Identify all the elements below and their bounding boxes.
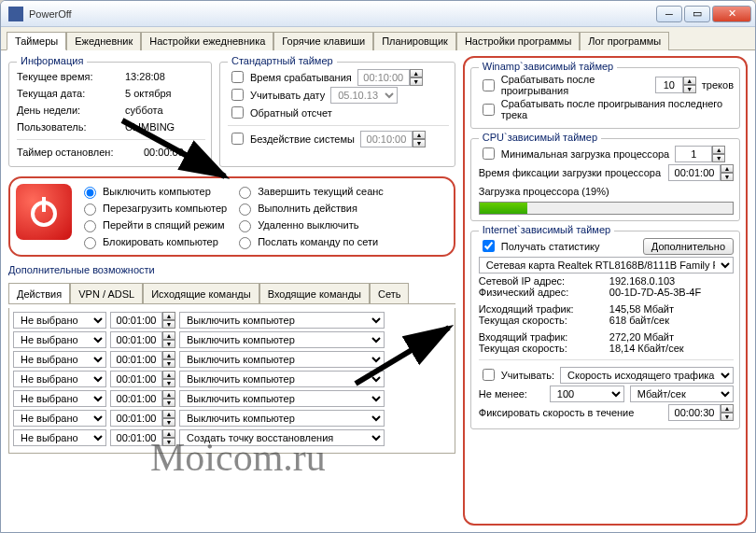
- atleast-unit-select[interactable]: Мбайт/сек: [630, 386, 734, 402]
- action-time-3[interactable]: ▲▼: [110, 371, 175, 387]
- action-cmd-1[interactable]: Выключить компьютер: [179, 331, 385, 348]
- min-load-checkbox[interactable]: Минимальная загрузка процессора: [479, 145, 669, 162]
- nic-select[interactable]: Сетевая карта Realtek RTL8168B/8111B Fam…: [479, 257, 734, 274]
- tab-2[interactable]: Настройки ежедневника: [141, 32, 273, 50]
- power-radio-right-0[interactable]: Завершить текущий сеанс: [234, 184, 384, 199]
- fix-speed-label: Фиксировать скорость в течение: [479, 407, 663, 418]
- action-sel-4[interactable]: Не выбрано: [13, 390, 106, 407]
- subtab-2[interactable]: Исходящие команды: [143, 283, 259, 303]
- action-cmd-5[interactable]: Выключить компьютер: [179, 410, 385, 427]
- power-radio-left-2[interactable]: Перейти в спящий режим: [79, 217, 227, 232]
- cpu-group: CPU`зависимый таймер Минимальная загрузк…: [470, 138, 740, 221]
- subtab-4[interactable]: Сеть: [370, 283, 409, 303]
- app-window: PowerOff ─ ▭ ✕ ТаймерыЕжедневникНастройк…: [0, 0, 756, 533]
- internet-group: Internet`зависимый таймер Получать стати…: [470, 231, 740, 429]
- tab-1[interactable]: Ежедневник: [66, 32, 141, 50]
- use-date-select[interactable]: 05.10.13: [330, 87, 398, 104]
- action-time-5[interactable]: ▲▼: [110, 410, 175, 427]
- tab-0[interactable]: Таймеры: [7, 32, 66, 50]
- tab-3[interactable]: Горячие клавиши: [273, 32, 373, 50]
- outgoing-label: Исходящий трафик:: [479, 303, 609, 315]
- power-radio-left-3[interactable]: Блокировать компьютер: [79, 234, 227, 249]
- action-row-3: Не выбрано▲▼Выключить компьютер: [13, 371, 451, 387]
- action-cmd-2[interactable]: Выключить компьютер: [179, 351, 385, 368]
- action-time-0[interactable]: ▲▼: [110, 312, 175, 329]
- after-last-checkbox[interactable]: Срабатывать после проигрывания последнег…: [479, 98, 734, 120]
- tab-4[interactable]: Планировщик: [373, 32, 456, 50]
- use-date-checkbox[interactable]: Учитывать дату: [228, 86, 325, 104]
- actions-panel: Не выбрано▲▼Выключить компьютерНе выбран…: [8, 308, 455, 454]
- trigger-time-checkbox[interactable]: Время срабатывания: [228, 68, 352, 86]
- standard-timer-group: Стандартный таймер Время срабатывания▲▼ …: [219, 62, 455, 167]
- subtab-3[interactable]: Входящие команды: [259, 283, 370, 303]
- consider-select[interactable]: Скорость исходящего трафика: [560, 367, 734, 384]
- action-sel-3[interactable]: Не выбрано: [13, 371, 106, 387]
- cpu-progress: [479, 202, 734, 215]
- action-sel-1[interactable]: Не выбрано: [13, 331, 106, 348]
- trigger-time-spinner[interactable]: ▲▼: [357, 69, 423, 86]
- action-row-6: Не выбрано▲▼Создать точку восстановления: [13, 429, 451, 446]
- timer-stopped-label: Таймер остановлен:: [17, 147, 138, 158]
- app-icon: [8, 7, 23, 21]
- power-radio-right-3[interactable]: Послать команду по сети: [234, 234, 384, 249]
- extra-options-label: Дополнительные возможности: [8, 264, 455, 275]
- action-cmd-3[interactable]: Выключить компьютер: [179, 371, 385, 387]
- cpu-legend: CPU`зависимый таймер: [479, 132, 601, 143]
- titlebar: PowerOff ─ ▭ ✕: [1, 1, 755, 27]
- current-date-label: Текущая дата:: [17, 88, 119, 99]
- consider-checkbox[interactable]: Учитывать:: [479, 366, 554, 384]
- minimize-button[interactable]: ─: [656, 6, 682, 22]
- ip-label: Сетевой IP адрес:: [479, 275, 609, 287]
- action-cmd-0[interactable]: Выключить компьютер: [179, 312, 385, 329]
- subtab-1[interactable]: VPN / ADSL: [70, 283, 143, 303]
- action-time-1[interactable]: ▲▼: [110, 331, 175, 348]
- power-radio-left-1[interactable]: Перезагрузить компьютер: [79, 201, 227, 216]
- ip-value: 192.168.0.103: [609, 275, 675, 287]
- after-play-checkbox[interactable]: Срабатывать после проигрывания: [479, 74, 650, 96]
- timer-stopped-value: 00:00:00: [144, 147, 184, 158]
- subtab-0[interactable]: Действия: [8, 283, 70, 303]
- action-cmd-6[interactable]: Создать точку восстановления: [179, 429, 385, 446]
- tracks-spinner[interactable]: ▲▼: [655, 77, 696, 93]
- fix-speed-spinner[interactable]: ▲▼: [668, 404, 734, 421]
- atleast-label: Не менее:: [479, 388, 544, 400]
- countdown-checkbox[interactable]: Обратный отсчет: [228, 104, 332, 121]
- inspeed-value: 18,14 Кбайт/сек: [609, 343, 684, 354]
- tab-6[interactable]: Лог программы: [580, 32, 669, 50]
- action-sel-2[interactable]: Не выбрано: [13, 351, 106, 368]
- cpu-fixtime-label: Время фиксации загрузки процессора: [479, 167, 663, 178]
- right-panel: Winamp`зависимый таймер Срабатывать посл…: [463, 56, 748, 526]
- action-time-2[interactable]: ▲▼: [110, 351, 175, 368]
- cpu-fixtime-spinner[interactable]: ▲▼: [668, 164, 734, 181]
- power-radio-right-1[interactable]: Выполнить действия: [234, 201, 384, 216]
- inspeed-label: Текущая скорость:: [479, 343, 609, 354]
- close-button[interactable]: ✕: [712, 6, 751, 22]
- action-cmd-4[interactable]: Выключить компьютер: [179, 390, 385, 407]
- action-row-5: Не выбрано▲▼Выключить компьютер: [13, 410, 451, 427]
- action-sel-0[interactable]: Не выбрано: [13, 312, 106, 329]
- current-date-value: 5 октября: [125, 88, 171, 99]
- more-button[interactable]: Дополнительно: [643, 238, 734, 255]
- winamp-legend: Winamp`зависимый таймер: [479, 61, 617, 72]
- atleast-value-select[interactable]: 100: [550, 386, 624, 402]
- tab-5[interactable]: Настройки программы: [456, 32, 580, 50]
- power-radio-left-0[interactable]: Выключить компьютер: [79, 184, 227, 199]
- get-stats-checkbox[interactable]: Получать статистику: [479, 237, 600, 255]
- action-sel-5[interactable]: Не выбрано: [13, 410, 106, 427]
- info-group: Информация Текущее время:13:28:08 Текуща…: [8, 62, 212, 167]
- user-label: Пользователь:: [17, 121, 119, 133]
- weekday-label: День недели:: [17, 105, 119, 116]
- action-time-6[interactable]: ▲▼: [110, 429, 175, 446]
- action-row-4: Не выбрано▲▼Выключить компьютер: [13, 390, 451, 407]
- internet-legend: Internet`зависимый таймер: [479, 224, 614, 235]
- action-sel-6[interactable]: Не выбрано: [13, 429, 106, 446]
- tracks-label: треков: [702, 79, 734, 91]
- idle-checkbox[interactable]: Бездействие системы: [228, 130, 355, 147]
- power-radio-right-2[interactable]: Удаленно выключить: [234, 217, 384, 232]
- window-title: PowerOff: [29, 8, 656, 20]
- winamp-group: Winamp`зависимый таймер Срабатывать посл…: [470, 67, 740, 129]
- idle-spinner[interactable]: ▲▼: [360, 131, 426, 147]
- maximize-button[interactable]: ▭: [684, 6, 710, 22]
- min-load-spinner[interactable]: ▲▼: [675, 146, 725, 162]
- action-time-4[interactable]: ▲▼: [110, 390, 175, 407]
